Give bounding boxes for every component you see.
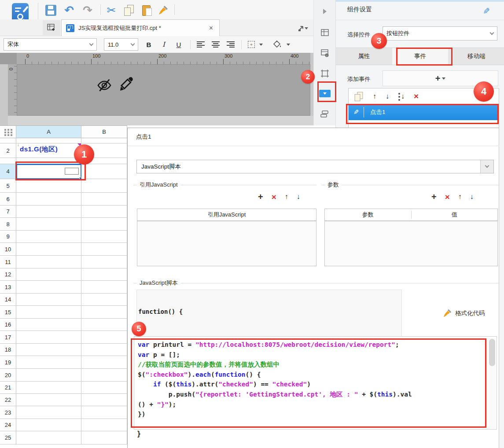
move-down-icon[interactable]: ↓: [297, 193, 300, 200]
cell-B25[interactable]: [81, 431, 127, 444]
cell-B21[interactable]: [81, 382, 127, 394]
row-header[interactable]: 8: [0, 218, 16, 231]
event-copy-icon[interactable]: [355, 92, 363, 100]
row-header[interactable]: 19: [0, 356, 16, 369]
cell-B24[interactable]: [81, 419, 127, 431]
bold-button[interactable]: B: [143, 39, 155, 50]
new-report-button[interactable]: [43, 20, 60, 35]
add-icon[interactable]: +: [431, 192, 437, 201]
edit-event-icon[interactable]: ✎: [349, 108, 364, 116]
cell-A2[interactable]: ↓ds1.G(地区): [16, 143, 81, 158]
cell-B22[interactable]: [81, 394, 127, 406]
cell-A22[interactable]: [16, 394, 81, 406]
cell-B16[interactable]: [81, 319, 127, 331]
cell-B19[interactable]: [81, 356, 127, 369]
row-header[interactable]: 22: [0, 394, 16, 406]
move-down-icon[interactable]: ↓: [386, 92, 389, 100]
cell-B8[interactable]: [81, 218, 127, 231]
row-header[interactable]: 10: [0, 243, 16, 256]
row-header[interactable]: 12: [0, 268, 16, 281]
font-family-select[interactable]: 宋体: [4, 38, 97, 51]
params-table[interactable]: 参数 值: [324, 209, 498, 266]
cell-B7[interactable]: [81, 206, 127, 218]
cell-A23[interactable]: [16, 406, 81, 419]
cell-A16[interactable]: [16, 319, 81, 331]
popup-window-button[interactable]: [298, 23, 309, 32]
script-code-editor[interactable]: var printurl = "http://localhost:8075/we…: [134, 336, 497, 430]
cell-B18[interactable]: [81, 344, 127, 356]
italic-button[interactable]: I: [158, 39, 170, 50]
add-icon[interactable]: +: [258, 192, 263, 201]
column-header-B[interactable]: B: [81, 126, 127, 138]
cell-A6[interactable]: [16, 193, 81, 206]
row-header[interactable]: 17: [0, 331, 16, 344]
delete-icon[interactable]: ×: [272, 193, 276, 201]
cell-A4[interactable]: [16, 164, 81, 179]
float-element-button[interactable]: [316, 105, 334, 123]
cell-A25[interactable]: [16, 431, 81, 444]
row-header[interactable]: 13: [0, 281, 16, 294]
row-header[interactable]: 15: [0, 306, 16, 319]
cell-attribute-button[interactable]: [316, 24, 334, 41]
cell-B15[interactable]: [81, 306, 127, 319]
row-header[interactable]: [0, 138, 16, 143]
row-header[interactable]: 25: [0, 431, 16, 444]
code-scrollbar[interactable]: [489, 338, 496, 428]
cell-A21[interactable]: [16, 382, 81, 394]
button-widget[interactable]: [65, 168, 79, 175]
paste-button[interactable]: [139, 4, 154, 17]
cell-B10[interactable]: [81, 243, 127, 256]
align-right-button[interactable]: [224, 39, 237, 50]
row-header[interactable]: 6: [0, 193, 16, 206]
column-header-A[interactable]: A: [16, 126, 81, 138]
redo-button[interactable]: ↷: [80, 4, 95, 17]
cell-B20[interactable]: [81, 369, 127, 382]
widget-select[interactable]: 按钮控件: [383, 26, 497, 40]
cell-A20[interactable]: [16, 369, 81, 382]
row-header[interactable]: 4: [0, 164, 16, 179]
row-header[interactable]: 21: [0, 382, 16, 394]
cell-element-button[interactable]: i: [316, 44, 334, 62]
cell-B4[interactable]: [81, 164, 127, 179]
collapse-panel-button[interactable]: [316, 3, 334, 20]
cell-A8[interactable]: [16, 218, 81, 231]
edit-icon[interactable]: ✎: [483, 6, 490, 16]
cell-B9[interactable]: [81, 231, 127, 243]
undo-button[interactable]: ↶: [62, 4, 77, 17]
tab-mobile[interactable]: 移动端: [448, 48, 504, 65]
move-up-icon[interactable]: ↑: [373, 92, 376, 100]
copy-button[interactable]: [121, 4, 136, 17]
underline-button[interactable]: U: [173, 39, 185, 50]
format-code-button[interactable]: 格式化代码: [443, 308, 485, 318]
format-painter-button[interactable]: [156, 4, 171, 17]
save-button[interactable]: [43, 4, 58, 17]
cell-A[interactable]: [16, 158, 81, 164]
cell-B13[interactable]: [81, 281, 127, 294]
align-center-button[interactable]: [210, 39, 222, 50]
cell-B5[interactable]: [81, 179, 127, 193]
cell-A9[interactable]: [16, 231, 81, 243]
tab-properties[interactable]: 属性: [336, 48, 392, 65]
cell-A10[interactable]: [16, 243, 81, 256]
row-header[interactable]: 18: [0, 344, 16, 356]
select-all-button[interactable]: [0, 126, 16, 138]
cell-A14[interactable]: [16, 294, 81, 306]
cell-B23[interactable]: [81, 406, 127, 419]
row-header[interactable]: 24: [0, 419, 16, 431]
tab-close-icon[interactable]: ×: [207, 24, 215, 32]
cell-A11[interactable]: [16, 256, 81, 268]
cell-B12[interactable]: [81, 268, 127, 281]
cell-B6[interactable]: [81, 193, 127, 206]
border-caret[interactable]: [258, 39, 264, 50]
delete-icon[interactable]: ×: [445, 193, 450, 201]
select-button[interactable]: [480, 160, 493, 173]
scrollbar-thumb[interactable]: [489, 339, 495, 366]
row-header[interactable]: [0, 158, 16, 164]
row-header[interactable]: 5: [0, 179, 16, 193]
fill-caret[interactable]: [285, 39, 291, 50]
cell-B14[interactable]: [81, 294, 127, 306]
row-header[interactable]: 2: [0, 143, 16, 158]
cell-A15[interactable]: [16, 306, 81, 319]
cell-A17[interactable]: [16, 331, 81, 344]
move-up-icon[interactable]: ↑: [285, 193, 288, 200]
